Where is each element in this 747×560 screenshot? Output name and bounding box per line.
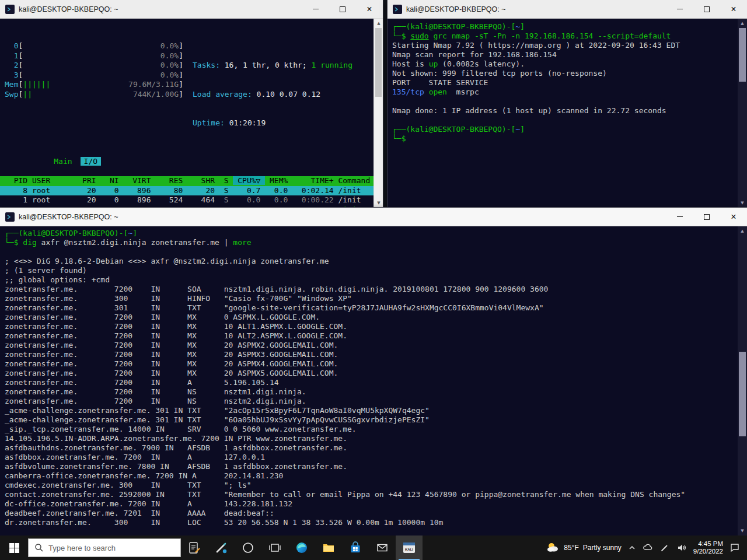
start-button[interactable]: [0, 536, 28, 560]
scrollbar-thumb[interactable]: [375, 28, 382, 97]
scrollbar-dig[interactable]: ▲ ▼: [738, 226, 747, 536]
terminal-line: zonetransfer.me. 7200 IN SOA nsztm1.digi…: [5, 285, 738, 294]
minimize-button[interactable]: [302, 0, 329, 18]
titlebar-nmap[interactable]: kali@DESKTOP-BKBEPQO: ~ ×: [388, 0, 747, 19]
htop-column-header[interactable]: SHR: [187, 176, 219, 185]
taskbar-ink-button[interactable]: [208, 536, 235, 560]
titlebar-htop[interactable]: kali@DESKTOP-BKBEPQO: ~ ×: [0, 0, 383, 19]
terminal-window-icon: [5, 5, 15, 14]
close-icon: ×: [731, 5, 736, 14]
file-explorer-button[interactable]: [315, 536, 342, 560]
htop-column-header[interactable]: VIRT: [124, 176, 156, 185]
scroll-down-arrow-icon[interactable]: ▼: [374, 199, 383, 207]
maximize-button[interactable]: [329, 0, 356, 18]
windows-logo-icon: [9, 543, 19, 553]
window-title: kali@DESKTOP-BKBEPQO: ~: [19, 5, 118, 13]
htop-process-row[interactable]: 1 root 20 0 896 524 464 S 0.0 0.0 0:00.2…: [0, 195, 374, 205]
htop-tab-main[interactable]: Main: [50, 157, 75, 166]
htop-column-header[interactable]: Command: [338, 176, 370, 185]
maximize-button[interactable]: [693, 208, 720, 226]
htop-table-header[interactable]: PID USER PRI NI VIRT RES SHR S CPU%▽ MEM…: [0, 176, 374, 186]
terminal-window-icon: [393, 5, 402, 14]
htop-column-header[interactable]: PRI: [78, 176, 100, 185]
taskbar-journal-button[interactable]: [181, 536, 208, 560]
weather-button[interactable]: 85°F Partly sunny: [546, 541, 622, 555]
terminal-line: [392, 116, 738, 125]
pen-tray-button[interactable]: [659, 542, 670, 553]
terminal-window-icon: [5, 212, 15, 222]
htop-cpu-meter-1: 1[0.0%]: [5, 51, 183, 61]
terminal-line: _acme-challenge.zonetransfer.me. 301 IN …: [5, 406, 738, 415]
clock-button[interactable]: 4:45 PM 9/20/2022: [693, 540, 723, 556]
search-input[interactable]: [48, 544, 174, 552]
close-button[interactable]: ×: [720, 208, 747, 226]
scroll-up-arrow-icon[interactable]: ▲: [374, 19, 383, 27]
htop-meter-column: 0[0.0%] 1[0.0%] 2[0.0%] 3[0.0%]Mem[|||||…: [5, 41, 183, 148]
htop-column-header[interactable]: USER: [32, 176, 78, 185]
maximize-button[interactable]: [693, 0, 720, 18]
htop-column-header[interactable]: RES: [155, 176, 187, 185]
microsoft-store-button[interactable]: [342, 536, 369, 560]
terminal-line: PORT STATE SERVICE: [392, 78, 738, 88]
window-title: kali@DESKTOP-BKBEPQO: ~: [406, 5, 506, 13]
edge-button[interactable]: [288, 536, 315, 560]
hidden-icons-button[interactable]: [628, 544, 636, 552]
volume-tray-button[interactable]: [676, 542, 687, 553]
minimize-button[interactable]: [666, 0, 693, 18]
scrollbar-thumb[interactable]: [739, 352, 746, 436]
store-bag-icon: [349, 541, 362, 554]
close-icon: ×: [731, 212, 736, 222]
scroll-up-arrow-icon[interactable]: ▲: [738, 19, 747, 27]
close-button[interactable]: ×: [720, 0, 747, 18]
terminal-line: zonetransfer.me. 300 IN HINFO "Casio fx-…: [5, 294, 738, 303]
scroll-down-arrow-icon[interactable]: ▼: [738, 527, 747, 535]
terminal-line: ; <<>> DiG 9.18.6-2-Debian <<>> axfr @ns…: [5, 257, 738, 266]
minimize-button[interactable]: [666, 208, 693, 226]
htop-column-header[interactable]: TIME+: [292, 176, 338, 185]
close-button[interactable]: ×: [356, 0, 383, 18]
window-title: kali@DESKTOP-BKBEPQO: ~: [19, 213, 118, 221]
terminal-line: ┌──(kali@DESKTOP-BKBEPQO)-[~]: [392, 125, 738, 134]
scrollbar-thumb[interactable]: [739, 28, 746, 82]
terminal-line: zonetransfer.me. 7200 IN MX 10 ALT1.ASPM…: [5, 322, 738, 331]
terminal-line: asfdbbox.zonetransfer.me. 7200 IN A 127.…: [5, 453, 738, 462]
dig-terminal[interactable]: ┌──(kali@DESKTOP-BKBEPQO)-[~]└─$ dig axf…: [0, 226, 738, 536]
htop-tab-io[interactable]: I/O: [81, 157, 101, 166]
scrollbar-nmap[interactable]: ▲ ▼: [738, 19, 747, 208]
cortana-button[interactable]: [235, 536, 261, 560]
mail-button[interactable]: [369, 536, 396, 560]
htop-column-header[interactable]: S: [219, 176, 233, 185]
htop-column-header[interactable]: MEM%: [265, 176, 292, 185]
task-view-icon: [268, 541, 281, 554]
terminal-line: zonetransfer.me. 7200 IN MX 20 ASPMX2.GO…: [5, 341, 738, 350]
titlebar-dig[interactable]: kali@DESKTOP-BKBEPQO: ~ ×: [0, 208, 747, 226]
terminal-line: ; (1 server found): [5, 266, 738, 275]
scrollbar-htop[interactable]: ▲ ▼: [374, 19, 383, 208]
nmap-terminal[interactable]: ┌──(kali@DESKTOP-BKBEPQO)-[~]└─$ sudo gr…: [388, 19, 738, 208]
htop-tasks-line: Tasks: 16, 1 thr, 0 kthr; 1 running: [193, 61, 352, 71]
onedrive-tray-button[interactable]: [643, 542, 653, 553]
chevron-up-icon: [628, 544, 636, 552]
terminal-line: ┌──(kali@DESKTOP-BKBEPQO)-[~]: [392, 22, 738, 32]
mail-envelope-icon: [376, 541, 389, 554]
scroll-up-arrow-icon[interactable]: ▲: [738, 227, 747, 235]
scroll-down-arrow-icon[interactable]: ▼: [738, 199, 747, 207]
htop-column-header[interactable]: PID: [5, 176, 32, 185]
clock-time: 4:45 PM: [693, 540, 723, 548]
htop-column-header[interactable]: CPU%▽: [233, 176, 265, 185]
terminal-line: _acme-challenge.zonetransfer.me. 301 IN …: [5, 415, 738, 425]
terminal-line: └─$ dig axfr @nsztm2.digi.ninja zonetran…: [5, 238, 738, 247]
folder-icon: [322, 541, 335, 554]
action-center-button[interactable]: [729, 542, 740, 553]
minimize-icon: [677, 9, 683, 9]
terminal-line: zonetransfer.me. 301 IN TXT "google-site…: [5, 303, 738, 313]
taskbar-kali-terminal-button[interactable]: KALI: [396, 536, 423, 560]
terminal-line: Not shown: 999 filtered tcp ports (no-re…: [392, 69, 738, 78]
task-view-button[interactable]: [261, 536, 288, 560]
htop-column-header[interactable]: NI: [100, 176, 123, 185]
htop-terminal[interactable]: 0[0.0%] 1[0.0%] 2[0.0%] 3[0.0%]Mem[|||||…: [0, 19, 374, 208]
terminal-line: └─$: [392, 134, 738, 144]
htop-process-row[interactable]: 8 root 20 0 896 80 20 S 0.7 0.0 0:02.14 …: [0, 186, 374, 196]
search-box[interactable]: [28, 538, 181, 557]
terminal-line: zonetransfer.me. 7200 IN A 5.196.105.14: [5, 378, 738, 387]
